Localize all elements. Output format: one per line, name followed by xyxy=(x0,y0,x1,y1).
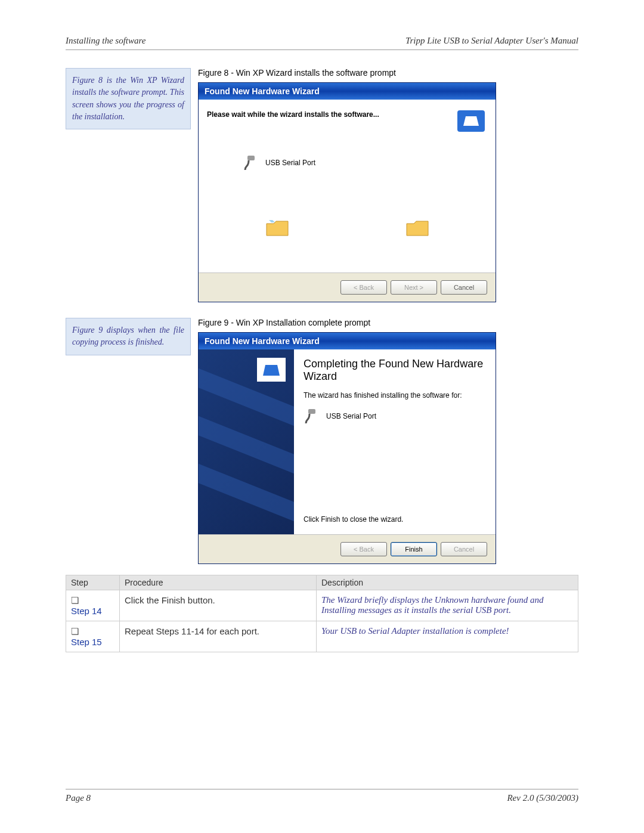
footer-left: Page 8 xyxy=(66,793,91,803)
dialog-message: Please wait while the wizard installs th… xyxy=(207,110,487,119)
header-right: Tripp Lite USB to Serial Adapter User's … xyxy=(405,36,578,46)
checkbox-icon: ❏ xyxy=(71,595,79,605)
figure8-block: Figure 8 is the Win XP Wizard installs t… xyxy=(66,68,578,302)
steps-table: Step Procedure Description ❏ Step 14 Cli… xyxy=(66,575,578,652)
click-finish-text: Click Finish to close the wizard. xyxy=(304,515,486,524)
figure8-callout: Figure 8 is the Win XP Wizard installs t… xyxy=(66,68,191,129)
hardware-icon xyxy=(257,358,286,382)
checkbox-icon: ❏ xyxy=(71,626,79,636)
completion-subtext: The wizard has finished installing the s… xyxy=(304,391,486,400)
finish-button[interactable]: Finish xyxy=(391,542,437,556)
step-cell: ❏ Step 14 xyxy=(66,590,120,621)
col-step: Step xyxy=(66,575,120,590)
footer-divider xyxy=(66,789,578,789)
usb-port-icon xyxy=(243,154,259,171)
folder-source-icon xyxy=(265,219,289,238)
back-button[interactable]: < Back xyxy=(340,280,387,295)
progress-folders xyxy=(207,219,487,238)
device-row: USB Serial Port xyxy=(304,408,486,425)
step-number: Step 15 xyxy=(71,637,102,647)
device-label: USB Serial Port xyxy=(265,159,315,167)
page-footer: Page 8 Rev 2.0 (5/30/2003) xyxy=(66,793,578,803)
description-cell: Your USB to Serial Adapter installation … xyxy=(317,621,578,652)
step-number: Step 14 xyxy=(71,606,102,616)
completion-heading: Completing the Found New Hardware Wizard xyxy=(304,358,486,383)
device-label: USB Serial Port xyxy=(326,412,376,420)
header-divider xyxy=(66,49,578,50)
table-header-row: Step Procedure Description xyxy=(66,575,578,590)
dialog-body: Please wait while the wizard installs th… xyxy=(199,100,496,272)
procedure-cell: Repeat Steps 11-14 for each port. xyxy=(120,621,317,652)
dialog-buttons: < Back Next > Cancel xyxy=(199,272,496,302)
figure9-caption: Figure 9 - Win XP Installation complete … xyxy=(198,318,578,327)
dialog-right-panel: Completing the Found New Hardware Wizard… xyxy=(294,349,496,534)
svg-rect-3 xyxy=(308,409,315,414)
cancel-button[interactable]: Cancel xyxy=(441,280,487,295)
table-row: ❏ Step 14 Click the Finish button. The W… xyxy=(66,590,578,621)
hardware-icon xyxy=(455,108,487,134)
cancel-button[interactable]: Cancel xyxy=(441,542,487,556)
page-header: Installing the software Tripp Lite USB t… xyxy=(66,36,578,46)
table-row: ❏ Step 15 Repeat Steps 11-14 for each po… xyxy=(66,621,578,652)
device-row: USB Serial Port xyxy=(243,154,487,171)
usb-port-icon xyxy=(304,408,320,425)
step-cell: ❏ Step 15 xyxy=(66,621,120,652)
figure8-caption: Figure 8 - Win XP Wizard installs the so… xyxy=(198,68,578,78)
header-left: Installing the software xyxy=(66,36,145,46)
back-button[interactable]: < Back xyxy=(340,542,387,556)
figure9-callout: Figure 9 displays when the file copying … xyxy=(66,318,191,355)
dialog-buttons: < Back Finish Cancel xyxy=(199,534,496,563)
dialog-body: Completing the Found New Hardware Wizard… xyxy=(199,349,496,534)
col-procedure: Procedure xyxy=(120,575,317,590)
procedure-cell: Click the Finish button. xyxy=(120,590,317,621)
folder-dest-icon xyxy=(405,219,429,238)
dialog-title: Found New Hardware Wizard xyxy=(199,83,496,100)
description-cell: The Wizard briefly displays the Unknown … xyxy=(317,590,578,621)
figure9-block: Figure 9 displays when the file copying … xyxy=(66,318,578,564)
figure9-dialog: Found New Hardware Wizard Completing the… xyxy=(198,332,496,564)
figure8-dialog: Found New Hardware Wizard Please wait wh… xyxy=(198,82,496,302)
dialog-title: Found New Hardware Wizard xyxy=(199,333,496,349)
col-description: Description xyxy=(317,575,578,590)
svg-rect-1 xyxy=(247,156,255,160)
dialog-left-panel xyxy=(199,349,294,534)
next-button[interactable]: Next > xyxy=(391,280,437,295)
footer-right: Rev 2.0 (5/30/2003) xyxy=(507,793,578,803)
